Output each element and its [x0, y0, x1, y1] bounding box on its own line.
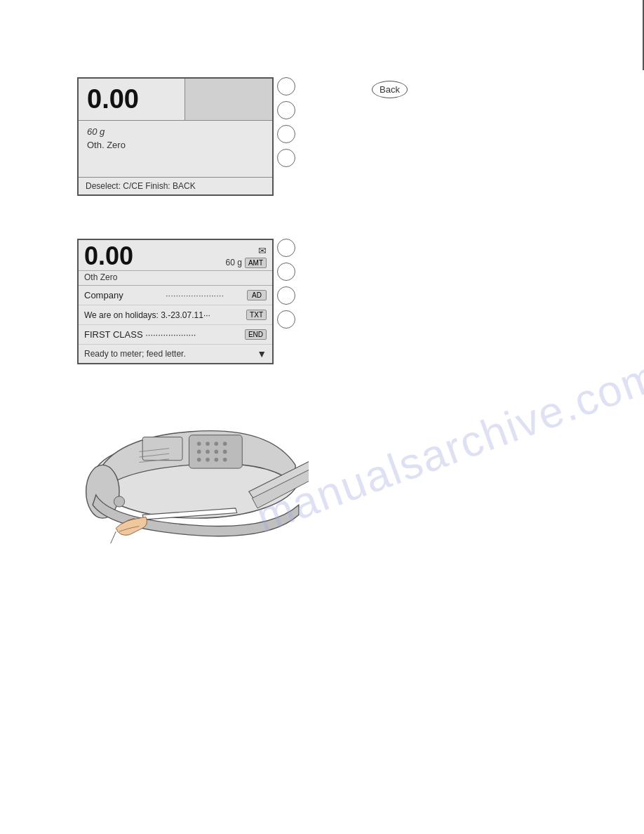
panel2-side-buttons	[277, 239, 295, 329]
svg-point-7	[214, 450, 218, 454]
svg-point-9	[206, 458, 210, 462]
panel2-oth-zero: Oth Zero	[79, 271, 272, 286]
panel1-side-buttons	[277, 77, 295, 167]
panel1-weight: 60 g	[87, 126, 264, 137]
svg-point-6	[206, 450, 210, 454]
panel2-row-company: Company ······················· AD	[79, 286, 272, 305]
panel2-row-end: FIRST CLASS ···················· END	[79, 325, 272, 345]
panel1: 0.00 60 g Oth. Zero Deselect: C/CE Finis…	[77, 77, 274, 196]
panel2-btn-2[interactable]	[277, 263, 295, 281]
svg-line-16	[111, 531, 116, 543]
svg-point-12	[223, 450, 227, 454]
panel2-footer: Ready to meter; feed letter. ▼	[79, 345, 272, 363]
panel2-footer-text: Ready to meter; feed letter.	[84, 349, 186, 359]
envelope-icon: ✉	[258, 245, 267, 256]
txt-label: We are on holidays: 3.-23.07.11···	[84, 310, 246, 320]
panel1-btn-4[interactable]	[277, 149, 295, 167]
panel2-btn-3[interactable]	[277, 286, 295, 305]
ad-button[interactable]: AD	[247, 290, 267, 300]
svg-rect-14	[142, 437, 182, 461]
panel2-amount: 0.00	[84, 244, 133, 269]
watermark: manualsarchive.com	[250, 350, 644, 542]
company-label: Company	[84, 290, 166, 300]
svg-point-17	[114, 496, 124, 507]
panel1-amount: 0.00	[79, 79, 185, 120]
company-dots: ·······················	[166, 290, 247, 300]
panel1-top-row: 0.00	[79, 79, 272, 121]
svg-point-13	[223, 458, 227, 462]
svg-point-10	[214, 458, 218, 462]
panel2-top-right: ✉ 60 g AMT	[226, 245, 267, 268]
svg-point-3	[206, 442, 210, 446]
panel2: 0.00 ✉ 60 g AMT Oth Zero Company ·······…	[77, 239, 274, 364]
back-button[interactable]: Back	[372, 81, 408, 98]
svg-point-4	[214, 442, 218, 446]
machine-illustration	[56, 397, 309, 593]
panel2-btn-4[interactable]	[277, 310, 295, 329]
panel1-btn-1[interactable]	[277, 77, 295, 95]
panel2-weight: 60 g	[226, 258, 242, 267]
svg-point-11	[223, 442, 227, 446]
end-label: FIRST CLASS ····················	[84, 329, 245, 340]
svg-point-5	[197, 450, 201, 454]
panel1-btn-3[interactable]	[277, 125, 295, 143]
txt-button[interactable]: TXT	[246, 310, 267, 320]
panel1-right-area	[185, 79, 272, 120]
panel2-btn-1[interactable]	[277, 239, 295, 257]
end-button[interactable]: END	[245, 329, 267, 340]
svg-point-2	[197, 442, 201, 446]
amt-button[interactable]: AMT	[245, 258, 267, 268]
panel2-row-txt: We are on holidays: 3.-23.07.11··· TXT	[79, 305, 272, 325]
panel1-label: Oth. Zero	[87, 140, 264, 150]
panel1-footer: Deselect: C/CE Finish: BACK	[79, 177, 272, 194]
svg-point-8	[197, 458, 201, 462]
panel1-btn-2[interactable]	[277, 101, 295, 119]
panel2-top-row: 0.00 ✉ 60 g AMT	[79, 240, 272, 271]
panel2-footer-arrow: ▼	[257, 348, 267, 359]
panel1-body: 60 g Oth. Zero	[79, 121, 272, 177]
